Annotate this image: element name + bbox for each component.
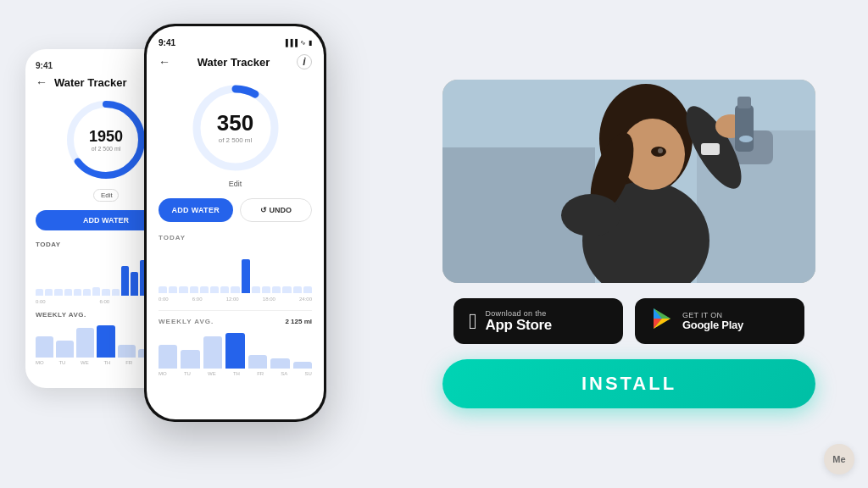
- phone-front: 9:41 ▐▐▐ ∿ ▮ ← Water Tracker i: [144, 24, 326, 422]
- photo-card: [442, 80, 815, 283]
- chart-labels-front: 0:006:0012:0018:0024:00: [159, 297, 312, 302]
- undo-icon: ↺: [260, 206, 267, 214]
- amount-back: 1950: [89, 129, 123, 144]
- google-play-name: Google Play: [682, 319, 743, 331]
- today-label-front: TODAY: [159, 234, 312, 241]
- store-buttons:  Download on the App Store: [453, 298, 804, 344]
- battery-icon: ▮: [309, 39, 312, 47]
- phone-back-title: Water Tracker: [54, 76, 127, 89]
- circle-progress-front: 350 of 2 500 ml: [189, 81, 282, 175]
- edit-btn-front[interactable]: Edit: [159, 180, 312, 188]
- phone-front-title: Water Tracker: [198, 56, 270, 69]
- right-section:  Download on the App Store: [407, 80, 834, 408]
- svg-rect-19: [701, 143, 720, 155]
- add-water-btn-front[interactable]: ADD WATER: [159, 198, 233, 222]
- google-play-icon: [650, 307, 674, 336]
- status-bar: 9:41 ▐▐▐ ∿ ▮: [159, 38, 312, 47]
- wifi-icon: ∿: [300, 39, 306, 47]
- back-arrow-icon: ←: [36, 75, 47, 89]
- apple-icon: : [469, 308, 477, 335]
- status-time: 9:41: [159, 38, 175, 47]
- weekly-day-labels: MOTUWETHFRSASU: [159, 371, 312, 376]
- weekly-bars-front: [159, 330, 312, 369]
- main-container: 9:41 ← Water Tracker 1950 of 2 500 ml Ed: [0, 0, 868, 488]
- circle-progress-back: 1950 of 2 500 ml: [64, 97, 148, 182]
- svg-point-23: [561, 194, 620, 236]
- phones-section: 9:41 ← Water Tracker 1950 of 2 500 ml Ed: [17, 15, 407, 473]
- weekly-avg-val: 2 125 ml: [285, 318, 312, 325]
- goal-front: of 2 500 ml: [217, 136, 253, 144]
- signal-icon: ▐▐▐: [283, 39, 298, 47]
- svg-rect-17: [737, 97, 751, 108]
- svg-point-18: [739, 136, 753, 142]
- google-play-btn[interactable]: GET IT ON Google Play: [635, 298, 804, 344]
- edit-btn-back[interactable]: Edit: [93, 189, 119, 202]
- status-icons: ▐▐▐ ∿ ▮: [283, 39, 312, 47]
- app-store-btn[interactable]:  Download on the App Store: [453, 298, 623, 344]
- svg-point-21: [658, 148, 663, 153]
- app-store-name: App Store: [486, 318, 553, 334]
- info-icon[interactable]: i: [297, 54, 312, 69]
- amount-front: 350: [217, 112, 253, 134]
- chart-front: [159, 247, 312, 293]
- goal-back: of 2 500 ml: [89, 146, 123, 152]
- avatar: Me: [824, 444, 854, 474]
- header-back-icon[interactable]: ←: [159, 55, 170, 69]
- action-buttons: ADD WATER ↺ UNDO: [159, 198, 312, 222]
- svg-rect-16: [735, 105, 754, 152]
- install-button[interactable]: INSTALL: [442, 359, 815, 408]
- undo-btn[interactable]: ↺ UNDO: [240, 198, 313, 222]
- weekly-section: WEEKLY AVG. 2 125 ml: [159, 310, 312, 376]
- phone-header: ← Water Tracker i: [159, 54, 312, 69]
- weekly-label-front: WEEKLY AVG.: [159, 318, 214, 325]
